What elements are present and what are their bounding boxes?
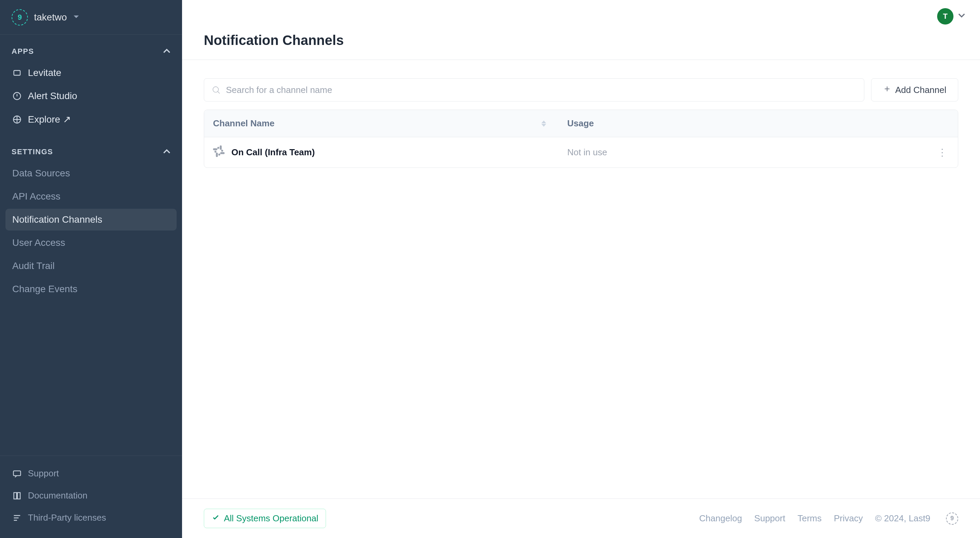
list-icon bbox=[12, 513, 22, 523]
search-input[interactable] bbox=[204, 78, 864, 102]
footer-link-support[interactable]: Support bbox=[754, 513, 785, 524]
usage-text: Not in use bbox=[567, 147, 607, 158]
nav-item-label: Documentation bbox=[28, 490, 88, 501]
svg-rect-3 bbox=[14, 471, 21, 475]
search-icon bbox=[211, 85, 221, 95]
column-header-actions bbox=[931, 110, 958, 137]
book-icon bbox=[12, 491, 22, 501]
nav-item-label: Audit Trail bbox=[12, 260, 55, 271]
footer-link-privacy[interactable]: Privacy bbox=[834, 513, 862, 524]
caret-down-icon bbox=[73, 14, 79, 21]
sidebar-item-alert-studio[interactable]: Alert Studio bbox=[5, 85, 177, 107]
sidebar-item-explore[interactable]: Explore ↗ bbox=[5, 108, 177, 131]
chevron-up-icon bbox=[163, 48, 170, 54]
table-row[interactable]: On Call (Infra Team) Not in use ⋮ bbox=[204, 137, 958, 168]
sidebar-support[interactable]: Support bbox=[5, 463, 177, 484]
section-label: SETTINGS bbox=[11, 147, 53, 156]
channel-name: On Call (Infra Team) bbox=[231, 147, 315, 158]
section-settings-header[interactable]: SETTINGS bbox=[5, 140, 177, 163]
sidebar-item-api-access[interactable]: API Access bbox=[5, 185, 177, 208]
page-title: Notification Channels bbox=[204, 33, 958, 48]
column-label: Channel Name bbox=[213, 118, 275, 129]
message-icon bbox=[12, 469, 22, 478]
chevron-down-icon[interactable] bbox=[958, 13, 965, 19]
section-apps-header[interactable]: APPS bbox=[5, 40, 177, 62]
layers-icon bbox=[12, 68, 22, 78]
nav-item-label: Support bbox=[28, 468, 59, 479]
avatar[interactable]: T bbox=[937, 8, 953, 24]
section-label: APPS bbox=[11, 47, 34, 56]
nav-item-label: Explore ↗ bbox=[28, 114, 71, 125]
sidebar-third-party-licenses[interactable]: Third-Party licenses bbox=[5, 507, 177, 528]
column-header-usage: Usage bbox=[558, 110, 931, 137]
svg-rect-0 bbox=[14, 70, 21, 75]
nav-item-label: Change Events bbox=[12, 284, 77, 295]
nav-item-label: API Access bbox=[12, 191, 60, 202]
sidebar-item-user-access[interactable]: User Access bbox=[5, 232, 177, 254]
sidebar-documentation[interactable]: Documentation bbox=[5, 485, 177, 506]
nav-item-label: Alert Studio bbox=[28, 91, 77, 102]
brand-logo-icon: 9 bbox=[11, 9, 28, 26]
footer: All Systems Operational Changelog Suppor… bbox=[182, 498, 980, 538]
nav-item-label: Third-Party licenses bbox=[28, 512, 106, 523]
footer-link-terms[interactable]: Terms bbox=[798, 513, 822, 524]
sort-icon bbox=[541, 121, 546, 127]
chevron-up-icon bbox=[163, 149, 170, 155]
topbar: T bbox=[182, 0, 980, 33]
sidebar-item-levitate[interactable]: Levitate bbox=[5, 62, 177, 84]
channels-table: Channel Name Usage bbox=[204, 110, 958, 168]
nav-item-label: Levitate bbox=[28, 67, 61, 78]
nav-item-label: User Access bbox=[12, 237, 65, 248]
copyright: © 2024, Last9 bbox=[875, 513, 930, 524]
system-status-pill[interactable]: All Systems Operational bbox=[204, 509, 326, 528]
brand-logo-small-icon: 9 bbox=[946, 512, 958, 525]
slack-icon bbox=[213, 145, 224, 160]
footer-link-changelog[interactable]: Changelog bbox=[699, 513, 742, 524]
add-channel-button[interactable]: Add Channel bbox=[871, 78, 958, 102]
nav-item-label: Data Sources bbox=[12, 168, 70, 179]
plus-icon bbox=[883, 85, 891, 95]
org-switcher[interactable]: 9 taketwo bbox=[0, 0, 182, 35]
org-name: taketwo bbox=[34, 12, 67, 23]
alert-icon bbox=[12, 91, 22, 101]
sidebar-item-data-sources[interactable]: Data Sources bbox=[5, 163, 177, 184]
status-text: All Systems Operational bbox=[224, 513, 318, 524]
check-icon bbox=[212, 513, 220, 524]
main-content: T Notification Channels bbox=[182, 0, 980, 538]
sidebar-item-notification-channels[interactable]: Notification Channels bbox=[5, 209, 177, 230]
sidebar-item-audit-trail[interactable]: Audit Trail bbox=[5, 255, 177, 277]
column-label: Usage bbox=[567, 118, 594, 129]
sidebar-item-change-events[interactable]: Change Events bbox=[5, 278, 177, 300]
row-actions-menu[interactable]: ⋮ bbox=[935, 146, 949, 160]
nav-item-label: Notification Channels bbox=[12, 214, 102, 225]
explore-icon bbox=[12, 115, 22, 124]
column-header-name[interactable]: Channel Name bbox=[204, 110, 558, 137]
button-label: Add Channel bbox=[895, 85, 946, 95]
sidebar: 9 taketwo APPS Levitate bbox=[0, 0, 182, 538]
svg-point-4 bbox=[213, 87, 218, 92]
